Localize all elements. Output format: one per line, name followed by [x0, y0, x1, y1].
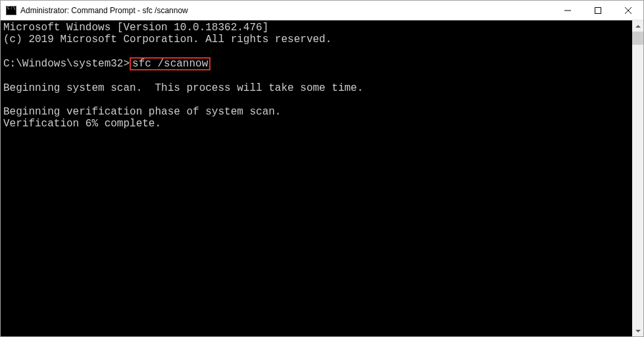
- terminal-line: Verification 6% complete.: [3, 118, 161, 130]
- window-controls: [553, 1, 643, 20]
- close-icon: [625, 7, 632, 14]
- terminal-prompt: C:\Windows\system32>: [3, 58, 130, 70]
- scroll-down-button[interactable]: [632, 325, 643, 336]
- maximize-icon: [595, 7, 601, 14]
- maximize-button[interactable]: [583, 1, 613, 20]
- chevron-down-icon: [635, 330, 641, 332]
- window-title: Administrator: Command Prompt - sfc /sca…: [20, 6, 553, 15]
- cmd-icon: [6, 6, 16, 15]
- command-prompt-window: Administrator: Command Prompt - sfc /sca…: [0, 0, 644, 337]
- terminal-content[interactable]: Microsoft Windows [Version 10.0.18362.47…: [1, 20, 632, 336]
- terminal-line: Beginning verification phase of system s…: [3, 106, 281, 118]
- scroll-up-button[interactable]: [632, 20, 643, 32]
- scroll-track[interactable]: [632, 32, 643, 325]
- terminal-line: Microsoft Windows [Version 10.0.18362.47…: [3, 22, 268, 34]
- chevron-up-icon: [635, 25, 641, 28]
- terminal-line: Beginning system scan. This process will…: [3, 82, 363, 94]
- terminal-area: Microsoft Windows [Version 10.0.18362.47…: [1, 20, 643, 336]
- close-button[interactable]: [613, 1, 643, 20]
- terminal-line: (c) 2019 Microsoft Corporation. All righ…: [3, 34, 332, 45]
- command-highlight: sfc /scannow: [130, 57, 211, 70]
- minimize-icon: [564, 7, 571, 14]
- scroll-thumb[interactable]: [632, 32, 643, 45]
- vertical-scrollbar: [632, 20, 643, 336]
- minimize-button[interactable]: [553, 1, 583, 20]
- title-bar: Administrator: Command Prompt - sfc /sca…: [1, 1, 643, 20]
- svg-rect-1: [595, 8, 601, 14]
